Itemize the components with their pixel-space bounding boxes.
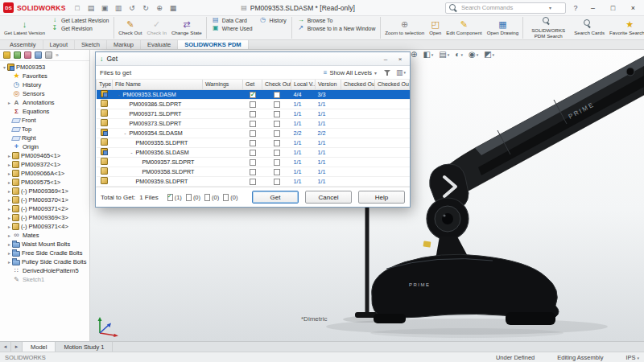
tree-item[interactable]: Right: [0, 134, 89, 142]
tree-expander-icon[interactable]: ▸: [6, 197, 12, 203]
file-row[interactable]: PM009355.SLDPRT 1/1 1/1: [97, 138, 410, 147]
tree-item[interactable]: Favorites: [0, 72, 89, 80]
get-checkbox[interactable]: [250, 130, 256, 137]
column-header[interactable]: Warnings: [203, 80, 243, 89]
command-search[interactable]: ▾: [445, 2, 566, 14]
check-out-checkbox[interactable]: [274, 92, 280, 98]
open-button[interactable]: ◰ Open: [427, 16, 444, 39]
change-state-button[interactable]: ⇄ Change State: [169, 16, 204, 39]
browse-new-window-button[interactable]: ↗ Browse to in a New Window: [294, 24, 379, 32]
check-out-checkbox[interactable]: [274, 159, 280, 166]
next-tab-icon[interactable]: ▸: [11, 342, 23, 352]
options-icon[interactable]: ▦: [168, 4, 179, 12]
column-header[interactable]: File Name: [113, 80, 203, 89]
column-header[interactable]: Local V...: [291, 80, 316, 89]
tree-item[interactable]: ▸ Pulley Side Cradle Bolts: [0, 257, 89, 266]
file-row[interactable]: PM009357.SLDPRT 1/1 1/1: [97, 157, 410, 167]
tree-item[interactable]: ▸ PM009575<1>: [0, 178, 89, 187]
tree-item[interactable]: ▸ PM009372<1>: [0, 160, 89, 169]
column-header[interactable]: Type: [97, 80, 113, 89]
file-row[interactable]: PM009358.SLDPRT 1/1 1/1: [97, 167, 410, 176]
row-expander-icon[interactable]: -: [123, 130, 128, 136]
edit-component-button[interactable]: ✎ Edit Component: [444, 16, 484, 39]
tree-expander-icon[interactable]: ▸: [6, 206, 12, 212]
where-used-button[interactable]: ▣ Where Used: [208, 24, 256, 32]
tree-item[interactable]: Sketch1: [0, 275, 89, 284]
get-checkbox[interactable]: [250, 169, 256, 175]
column-header[interactable]: Checked Out ...: [341, 80, 375, 89]
search-input[interactable]: [460, 3, 547, 12]
save-icon[interactable]: ▣: [100, 4, 110, 12]
tree-expander-icon[interactable]: ▸: [6, 241, 12, 247]
tree-expander-icon[interactable]: ▸: [6, 188, 12, 194]
tree-item[interactable]: ▸ (-) PM009371<2>: [0, 204, 89, 213]
cancel-button[interactable]: Cancel: [305, 191, 352, 204]
tree-item[interactable]: ▸ Waist Mount Bolts: [0, 240, 89, 249]
file-row[interactable]: PM009373.SLDPRT 1/1 1/1: [97, 118, 410, 128]
dimxpertmanager-tab[interactable]: [35, 51, 42, 59]
history-button[interactable]: ◷ History: [256, 16, 290, 24]
get-latest-revision-button[interactable]: ↓ Get Latest Revision: [47, 16, 112, 24]
check-out-checkbox[interactable]: [274, 101, 280, 108]
browse-to-button[interactable]: → Browse To: [294, 16, 379, 24]
get-checkbox[interactable]: [250, 101, 256, 108]
redo-icon[interactable]: ↻: [141, 4, 151, 12]
tree-expander-icon[interactable]: ▸: [6, 153, 12, 158]
tree-item[interactable]: Top: [0, 125, 89, 134]
tree-item[interactable]: ▸ Free Side Cradle Bolts: [0, 249, 89, 257]
file-row[interactable]: PM009371.SLDPRT 1/1 1/1: [97, 109, 410, 118]
pdm-search-button[interactable]: SOLIDWORKS PDM Search: [525, 16, 572, 39]
get-checkbox[interactable]: [250, 140, 256, 146]
file-row[interactable]: - PM009356.SLDASM 1/1 1/1: [97, 147, 410, 157]
rebuild-icon[interactable]: ⊕: [155, 4, 165, 12]
column-header[interactable]: Checked Out In: [375, 80, 410, 89]
tree-expander-icon[interactable]: ▾: [2, 64, 7, 70]
favorite-searches-button[interactable]: ★ Favorite Searches: [607, 16, 644, 39]
featuremanager-tab[interactable]: [3, 51, 10, 59]
tree-item[interactable]: ▾ PM009353: [0, 63, 89, 72]
maximize-button[interactable]: □: [605, 4, 621, 12]
close-button[interactable]: ×: [625, 4, 641, 12]
get-checkbox[interactable]: [250, 121, 256, 127]
row-expander-icon[interactable]: -: [117, 92, 122, 97]
open-file-icon[interactable]: ▤: [86, 4, 97, 12]
command-tab[interactable]: Evaluate: [141, 40, 178, 49]
undo-icon[interactable]: ↺: [127, 4, 138, 12]
tree-expander-icon[interactable]: ▸: [6, 162, 12, 167]
propertymanager-tab[interactable]: [14, 51, 21, 59]
print-icon[interactable]: ▥: [114, 4, 124, 12]
get-button[interactable]: Get: [252, 191, 299, 204]
file-row[interactable]: PM009386.SLDPRT 1/1 1/1: [97, 99, 410, 109]
get-revision-button[interactable]: ↧ Get Revision: [47, 24, 112, 32]
tree-item[interactable]: Equations: [0, 107, 89, 116]
get-checkbox[interactable]: [250, 150, 256, 156]
tree-item[interactable]: Sensors: [0, 89, 89, 98]
section-view-icon[interactable]: ◧: [423, 51, 433, 59]
column-header[interactable]: Version: [316, 80, 341, 89]
tree-expander-icon[interactable]: ▸: [6, 224, 12, 229]
tree-expander-icon[interactable]: ▸: [6, 179, 12, 185]
get-checkbox[interactable]: [250, 111, 256, 117]
filter-icon[interactable]: [384, 69, 391, 76]
command-tab[interactable]: Sketch: [75, 40, 107, 49]
display-style-icon[interactable]: ◐: [455, 51, 463, 59]
get-checkbox[interactable]: [250, 179, 256, 185]
check-out-checkbox[interactable]: [274, 121, 280, 127]
configurationmanager-tab[interactable]: [24, 51, 31, 59]
tree-item[interactable]: ▸ (-) PM009371<4>: [0, 222, 89, 231]
check-out-checkbox[interactable]: [274, 140, 280, 146]
check-in-button[interactable]: ✓ Check In: [144, 16, 168, 39]
dialog-minimize-button[interactable]: –: [380, 56, 391, 63]
get-dialog-titlebar[interactable]: ↓ Get – ×: [96, 52, 410, 66]
model-tab[interactable]: Model: [23, 342, 56, 352]
tree-item[interactable]: ▸ (-) PM009369<3>: [0, 213, 89, 222]
tree-item[interactable]: Front: [0, 116, 89, 125]
tree-item[interactable]: History: [0, 80, 89, 89]
column-header[interactable]: Check Out: [262, 80, 291, 89]
tab-overflow[interactable]: »: [56, 51, 59, 59]
column-options-icon[interactable]: ▥: [396, 68, 406, 76]
check-out-checkbox[interactable]: [274, 111, 280, 117]
check-out-button[interactable]: ✎ Check Out: [116, 16, 144, 39]
tree-item[interactable]: ▸ Mates: [0, 231, 89, 240]
get-checkbox[interactable]: [250, 92, 256, 98]
